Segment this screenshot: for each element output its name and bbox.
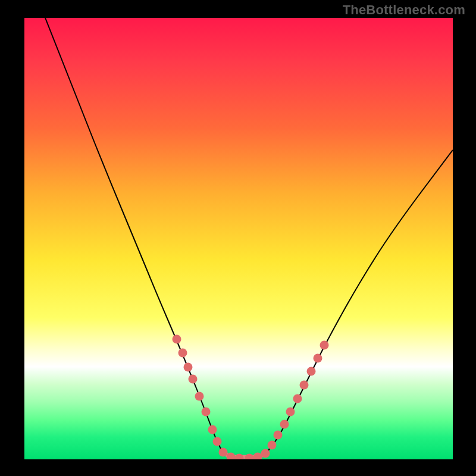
- scatter-dot: [253, 453, 262, 460]
- scatter-dot: [300, 381, 309, 390]
- scatter-dot: [314, 354, 322, 363]
- scatter-dot: [320, 341, 329, 350]
- scatter-dot: [208, 425, 217, 434]
- scatter-dot: [189, 375, 198, 384]
- scatter-dot: [202, 408, 211, 416]
- scatter-dot: [286, 408, 295, 416]
- scatter-dot: [268, 441, 277, 450]
- bottleneck-chart-svg: [24, 18, 453, 459]
- curve-lines: [45, 18, 453, 458]
- scatter-dots: [173, 335, 329, 460]
- scatter-dot: [178, 349, 187, 358]
- watermark-text: TheBottleneck.com: [343, 2, 465, 18]
- scatter-dot: [261, 449, 270, 458]
- scatter-dot: [245, 454, 254, 460]
- curve-left-branch: [45, 18, 230, 458]
- scatter-dot: [213, 437, 222, 446]
- scatter-dot: [307, 367, 316, 376]
- scatter-dot: [293, 394, 302, 403]
- scatter-dot: [219, 448, 228, 457]
- scatter-dot: [195, 392, 204, 401]
- scatter-dot: [274, 431, 283, 440]
- scatter-dot: [280, 420, 289, 429]
- scatter-dot: [235, 454, 244, 460]
- scatter-dot: [184, 363, 193, 372]
- scatter-dot: [173, 335, 181, 344]
